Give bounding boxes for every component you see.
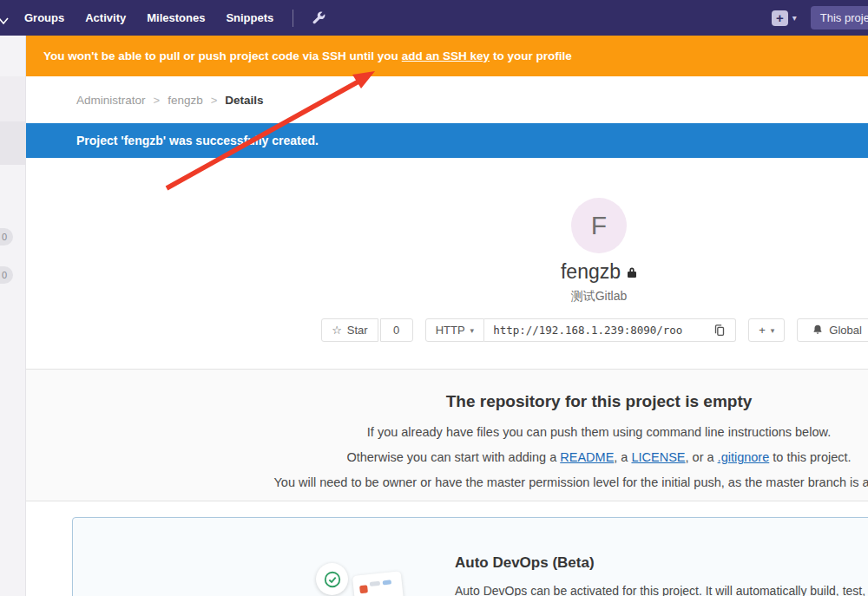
breadcrumb-administrator[interactable]: Administrator [76, 94, 146, 107]
project-name: fengzb [561, 260, 621, 284]
merge-requests-count-badge: 0 [0, 266, 13, 284]
bell-icon [812, 324, 824, 337]
ssh-warning-text: You won't be able to pull or push projec… [43, 49, 398, 62]
clipboard-icon [713, 324, 726, 337]
sidebar-item-active[interactable] [0, 121, 26, 165]
license-link[interactable]: LICENSE [631, 450, 685, 464]
line2-text: to this project. [769, 450, 851, 464]
star-label: Star [347, 324, 368, 337]
gitignore-link[interactable]: .gitignore [718, 450, 770, 464]
avatar-letter: F [591, 211, 607, 240]
chevron-down-icon: ▾ [470, 326, 475, 335]
project-header: F fengzb 测试Gitlab ☆ [26, 158, 868, 369]
copy-url-button[interactable] [703, 318, 736, 342]
breadcrumb-band: Administrator > fengzb > Details [26, 76, 868, 123]
chevron-down-icon[interactable] [0, 13, 10, 29]
breadcrumb-separator: > [211, 94, 218, 107]
ssh-warning-banner: You won't be able to pull or push projec… [26, 36, 868, 76]
star-count-badge[interactable]: 0 [380, 318, 413, 342]
empty-repo-section: The repository for this project is empty… [26, 369, 868, 501]
nav-menu: Groups Activity Milestones Snippets [24, 11, 273, 24]
line2-text: , or a [686, 450, 718, 464]
line2-text: , a [614, 450, 631, 464]
line2-text: Otherwise you can start with adding a [346, 450, 560, 464]
star-button[interactable]: ☆ Star [321, 318, 378, 342]
issues-count-badge: 0 [0, 228, 13, 246]
auto-devops-text: Auto DevOps (Beta) Auto DevOps can be ac… [455, 554, 868, 596]
breadcrumb-details: Details [225, 94, 263, 107]
empty-repo-line3: You will need to be owner or have the ma… [26, 475, 868, 489]
check-circle-icon [316, 563, 348, 595]
nav-right-cluster: + ▾ This project [772, 6, 868, 29]
auto-devops-illustration [300, 554, 404, 596]
clone-url-field[interactable]: http://192.168.1.239:8090/roo [484, 318, 703, 342]
admin-wrench-icon[interactable] [311, 10, 326, 25]
plus-icon: + [759, 324, 766, 337]
protocol-dropdown[interactable]: HTTP ▾ [425, 318, 484, 342]
chevron-down-icon: ▾ [792, 13, 797, 23]
notification-label: Global [829, 324, 862, 337]
page-body: 0 0 You won't be able to pull or push pr… [0, 36, 868, 596]
project-title-row: fengzb [561, 260, 637, 284]
auto-devops-description: Auto DevOps can be activated for this pr… [455, 584, 868, 596]
project-toolbar: ☆ Star 0 HTTP ▾ http://192.168.1.239:809… [321, 318, 868, 342]
nav-item-snippets[interactable]: Snippets [226, 11, 273, 24]
success-alert-text: Project 'fengzb' was successfully create… [76, 134, 319, 147]
clone-group: HTTP ▾ http://192.168.1.239:8090/roo [425, 318, 736, 342]
empty-repo-line1: If you already have files you can push t… [26, 425, 868, 439]
star-group: ☆ Star 0 [321, 318, 413, 342]
left-sidebar[interactable]: 0 0 [0, 36, 26, 596]
top-navbar: Groups Activity Milestones Snippets + ▾ … [0, 0, 868, 36]
gitlab-project-page: Groups Activity Milestones Snippets + ▾ … [0, 0, 868, 596]
nav-item-activity[interactable]: Activity [85, 11, 126, 24]
nav-item-milestones[interactable]: Milestones [147, 11, 205, 24]
auto-devops-banner: Auto DevOps (Beta) Auto DevOps can be ac… [72, 517, 868, 596]
protocol-label: HTTP [436, 324, 465, 337]
breadcrumb-fengzb[interactable]: fengzb [168, 94, 203, 107]
success-alert: Project 'fengzb' was successfully create… [26, 123, 868, 158]
add-ssh-key-link[interactable]: add an SSH key [402, 49, 490, 62]
new-item-dropdown[interactable]: + ▾ [748, 318, 785, 342]
sidebar-item[interactable] [0, 76, 26, 121]
ssh-warning-text-after: to your profile [493, 49, 572, 62]
breadcrumb: Administrator > fengzb > Details [76, 94, 264, 107]
readme-link[interactable]: README [560, 450, 614, 464]
nav-divider [293, 10, 293, 27]
project-description: 测试Gitlab [571, 289, 628, 305]
empty-repo-line2: Otherwise you can start with adding a RE… [26, 450, 868, 464]
search-scope-dropdown[interactable]: This project [811, 6, 868, 29]
auto-devops-title: Auto DevOps (Beta) [455, 554, 868, 572]
nav-item-groups[interactable]: Groups [24, 11, 64, 24]
star-icon: ☆ [332, 324, 342, 337]
main-content: You won't be able to pull or push projec… [26, 36, 868, 596]
empty-repo-title: The repository for this project is empty [26, 392, 868, 411]
pipeline-card-icon [352, 571, 404, 596]
chevron-down-icon: ▾ [771, 326, 775, 335]
nav-new-dropdown[interactable]: + ▾ [772, 10, 797, 26]
notification-dropdown[interactable]: Global [797, 318, 868, 342]
auto-devops-wrap: Auto DevOps (Beta) Auto DevOps can be ac… [26, 501, 868, 596]
project-avatar: F [571, 198, 627, 253]
lock-icon [627, 266, 637, 278]
plus-icon[interactable]: + [772, 10, 788, 26]
breadcrumb-separator: > [154, 94, 161, 107]
